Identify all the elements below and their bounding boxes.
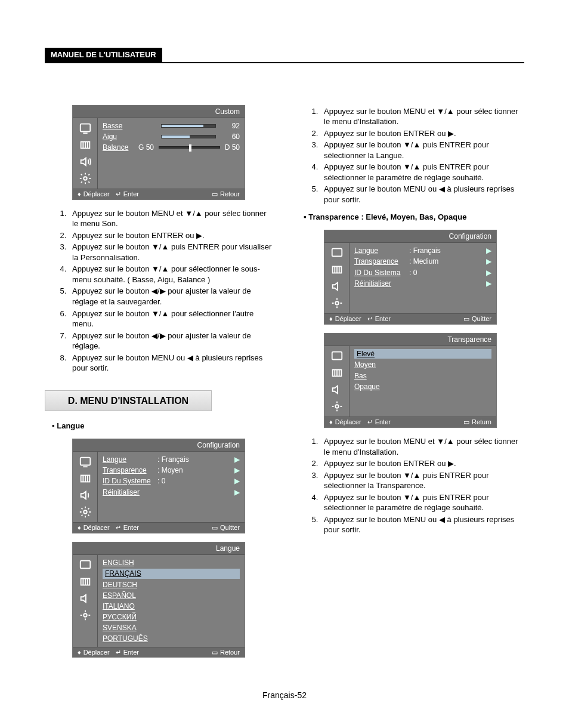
header-tab: MANUEL DE L'UTILISATEUR — [45, 48, 162, 62]
foot-enter: ↵ Enter — [367, 418, 391, 427]
chevron-right-icon: ▶ — [234, 455, 240, 464]
picture-icon — [79, 559, 92, 572]
osd-row[interactable]: ID Du Sistema: 0▶ — [354, 267, 491, 278]
step: Appuyez sur le bouton ENTRER ou ▶. — [320, 128, 524, 139]
slider[interactable] — [159, 146, 220, 149]
picture-icon — [330, 350, 344, 363]
osd-row[interactable]: Réinitialiser▶ — [103, 487, 240, 498]
foot-exit: ▭ Quitter — [212, 523, 240, 532]
label: Balance — [103, 143, 136, 152]
svg-point-2 — [84, 177, 87, 180]
slider[interactable] — [161, 124, 216, 128]
step: Appuyez sur le bouton ▼/▲ pour sélection… — [69, 309, 273, 329]
speaker-icon — [79, 592, 92, 605]
step: Appuyez sur le bouton MENU ou ◀ à plusie… — [320, 184, 524, 205]
step: Appuyez sur le bouton ENTRER ou ▶. — [320, 458, 524, 469]
label: Aigu — [103, 132, 155, 141]
chevron-right-icon: ▶ — [486, 257, 491, 266]
list-item[interactable]: Moyen — [354, 359, 491, 370]
svg-point-11 — [335, 301, 339, 305]
picture-icon — [330, 246, 344, 260]
foot-exit: ▭ Quitter — [463, 314, 491, 323]
gear-icon — [330, 400, 344, 413]
chevron-right-icon: ▶ — [486, 268, 491, 277]
foot-enter: ↵ Enter — [116, 648, 139, 657]
bars-icon — [330, 263, 344, 276]
gear-icon — [79, 505, 92, 519]
foot-enter: ↵ Enter — [367, 314, 391, 323]
svg-point-5 — [84, 510, 87, 514]
svg-rect-12 — [332, 352, 342, 360]
chevron-right-icon: ▶ — [486, 279, 491, 288]
osd-icon-rail — [324, 243, 350, 313]
osd-row-aigu[interactable]: Aigu 60 — [103, 131, 240, 142]
osd-icon-rail — [73, 118, 98, 189]
steps-sound: Appuyez sur le bouton MENU et ▼/▲ pour s… — [45, 208, 273, 374]
list-item[interactable]: SVENSKA — [103, 622, 240, 633]
step: Appuyez sur le bouton MENU et ▼/▲ pour s… — [69, 208, 273, 229]
osd-config-2: Configuration Langue: Français▶ Transpar… — [324, 230, 497, 325]
speaker-icon — [79, 489, 92, 502]
svg-rect-6 — [80, 561, 90, 569]
osd-row[interactable]: Réinitialiser▶ — [354, 278, 491, 289]
list-item[interactable]: РУССКИЙ — [103, 612, 240, 622]
chevron-right-icon: ▶ — [234, 465, 240, 475]
list-item[interactable]: ITALIANO — [103, 601, 240, 612]
list-item[interactable]: PORTUGUÊS — [103, 633, 240, 644]
gear-icon — [79, 609, 92, 622]
osd-row-basse[interactable]: Basse 92 — [103, 121, 240, 131]
osd-row[interactable]: Langue: Français▶ — [103, 454, 240, 465]
osd-row-balance[interactable]: Balance G 50 D 50 — [103, 142, 240, 153]
osd-langue-list: Langue ENGLISH FRANÇAIS DEUTSCH ESPAÑOL … — [72, 542, 245, 658]
label: Basse — [103, 121, 155, 131]
osd-row[interactable]: Transparence: Medium▶ — [354, 256, 491, 267]
list-item[interactable]: ESPAÑOL — [103, 590, 240, 601]
speaker-icon — [79, 155, 92, 168]
svg-rect-9 — [332, 249, 342, 257]
picture-icon — [79, 122, 92, 135]
foot-move: ♦ Déplacer — [78, 190, 110, 199]
step: Appuyez sur le bouton ▼/▲ puis ENTRER po… — [320, 140, 524, 161]
step: Appuyez sur le bouton MENU et ▼/▲ pour s… — [320, 106, 524, 127]
osd-icon-rail — [324, 346, 350, 417]
svg-rect-0 — [80, 124, 90, 131]
subhead-langue: Langue — [52, 421, 273, 431]
osd-config: Configuration Langue: Français▶ Transpar… — [72, 439, 245, 533]
foot-move: ♦ Déplacer — [329, 314, 361, 323]
osd-title: Custom — [73, 106, 245, 118]
foot-exit: ▭ Retour — [212, 190, 240, 199]
step: Appuyez sur le bouton ▼/▲ puis ENTRER po… — [69, 242, 273, 263]
step: Appuyez sur le bouton MENU et ▼/▲ pour s… — [320, 436, 524, 457]
chevron-right-icon: ▶ — [234, 488, 240, 497]
list-item[interactable]: Opaque — [354, 381, 491, 392]
foot-exit: ▭ Retour — [212, 648, 240, 657]
value: 60 — [222, 132, 240, 141]
foot-move: ♦ Déplacer — [78, 648, 110, 657]
bars-icon — [79, 138, 92, 152]
slider[interactable] — [161, 135, 216, 138]
svg-point-8 — [84, 613, 87, 617]
osd-row[interactable]: Langue: Français▶ — [354, 245, 491, 256]
list-item[interactable]: ENGLISH — [103, 557, 240, 568]
steps-transparence: Appuyez sur le bouton MENU et ▼/▲ pour s… — [296, 436, 524, 535]
list-item[interactable]: Elevé — [354, 348, 491, 359]
gear-icon — [79, 172, 92, 185]
balance-left: G 50 — [138, 143, 154, 152]
svg-rect-3 — [80, 458, 90, 465]
balance-right: D 50 — [225, 143, 240, 152]
step: Appuyez sur le bouton ▼/▲ puis ENTRER po… — [320, 492, 524, 513]
osd-icon-rail — [73, 452, 98, 522]
osd-row[interactable]: Transparence: Moyen▶ — [103, 465, 240, 476]
osd-title: Langue — [73, 542, 245, 555]
list-item[interactable]: FRANÇAIS — [103, 568, 240, 579]
osd-transparence-list: Transparence Elevé Moyen Bas Opaque — [324, 333, 497, 428]
list-item[interactable]: DEUTSCH — [103, 579, 240, 590]
picture-icon — [79, 455, 92, 468]
section-d-title: D. MENU D'INSTALLATION — [45, 390, 212, 412]
step: Appuyez sur le bouton MENU ou ◀ à plusie… — [320, 514, 524, 535]
osd-sound: Custom Basse 92 — [72, 105, 245, 200]
osd-row[interactable]: ID Du Systeme: 0▶ — [103, 476, 240, 486]
step: Appuyez sur le bouton ▼/▲ pour sélection… — [69, 264, 273, 285]
list-item[interactable]: Bas — [354, 371, 491, 381]
svg-point-14 — [335, 405, 339, 408]
